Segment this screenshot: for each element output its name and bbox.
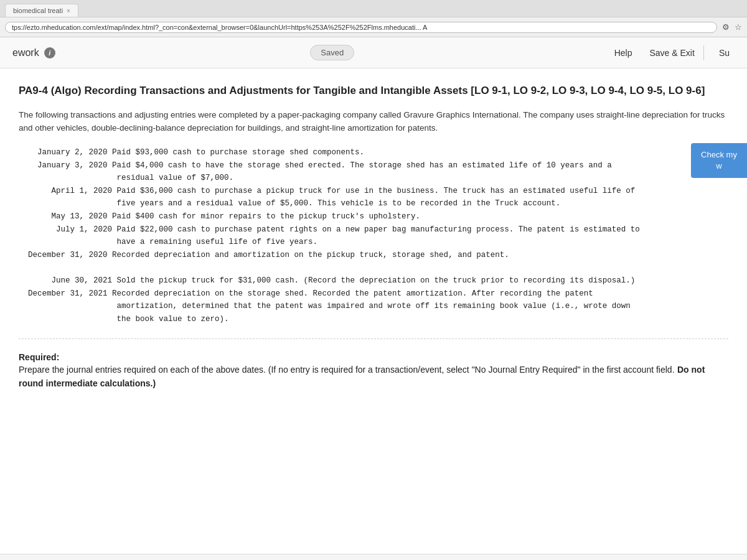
required-text-normal: Prepare the journal entries required on … — [19, 365, 675, 375]
settings-icon[interactable]: ⚙ — [722, 22, 730, 32]
bottom-nav: ◀ < Prev 10 of 11 ⊞ Next > ▶ — [0, 554, 747, 560]
check-my-work-button[interactable]: Check my w — [691, 143, 747, 178]
address-bar[interactable]: tps://ezto.mheducation.com/ext/map/index… — [5, 22, 717, 33]
browser-icons: ⚙ ☆ — [722, 22, 742, 32]
separator — [19, 338, 728, 339]
browser-tab[interactable]: biomedical treati × — [5, 4, 78, 17]
info-icon[interactable]: i — [44, 47, 55, 58]
header-center: Saved — [55, 45, 609, 60]
header-left: ework i — [12, 47, 55, 58]
star-icon[interactable]: ☆ — [735, 22, 742, 32]
browser-tab-bar: biomedical treati × — [0, 0, 747, 17]
save-exit-button[interactable]: Save & Exit — [645, 45, 704, 60]
homework-label: ework — [12, 47, 39, 58]
header-right: Help Save & Exit Su — [609, 45, 735, 60]
required-label: Required: — [19, 352, 59, 362]
transactions-block: January 2, 2020 Paid $93,000 cash to pur… — [19, 146, 728, 326]
tab-label: biomedical treati — [13, 7, 63, 14]
page-title: PA9-4 (Algo) Recording Transactions and … — [19, 83, 728, 98]
intro-text: The following transactions and adjusting… — [19, 108, 728, 135]
main-content: Check my w PA9-4 (Algo) Recording Transa… — [0, 68, 747, 554]
submit-button[interactable]: Su — [714, 45, 735, 60]
required-section: Required: Prepare the journal entries re… — [19, 352, 728, 391]
app-header: ework i Saved Help Save & Exit Su — [0, 37, 747, 68]
help-button[interactable]: Help — [609, 45, 637, 60]
tab-close-icon[interactable]: × — [67, 7, 70, 14]
saved-badge: Saved — [310, 45, 354, 60]
browser-bar: tps://ezto.mheducation.com/ext/map/index… — [0, 17, 747, 37]
